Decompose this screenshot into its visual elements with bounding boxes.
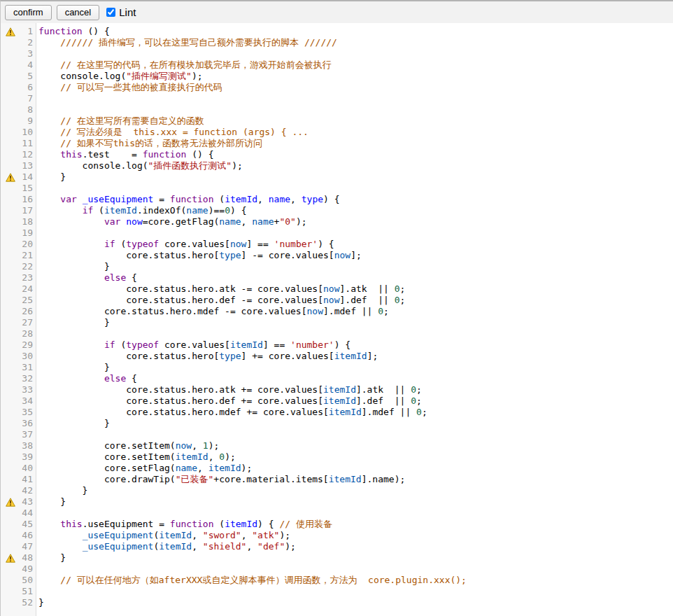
gutter: 35: [1, 407, 36, 418]
code-text: // 在这里写所有需要自定义的函数: [36, 115, 204, 127]
code-line[interactable]: 27 }: [1, 317, 673, 328]
code-line[interactable]: 21 core.status.hero[type] -= core.values…: [1, 250, 673, 261]
code-text: _useEquipment(itemId, "shield", "def");: [36, 541, 296, 552]
code-line[interactable]: 37: [1, 429, 673, 440]
code-text: }: [36, 362, 110, 373]
code-editor[interactable]: 1function () {2 ////// 插件编写，可以在这里写自己额外需要…: [1, 23, 673, 616]
code-line[interactable]: 51: [1, 586, 673, 597]
lint-checkbox[interactable]: [106, 8, 115, 17]
code-line[interactable]: 8: [1, 104, 673, 115]
code-line[interactable]: 36 }: [1, 418, 673, 429]
code-line[interactable]: 52}: [1, 597, 673, 608]
code-line[interactable]: 33 core.status.hero.atk += core.values[i…: [1, 384, 673, 396]
line-number: 52: [15, 597, 36, 608]
code-line[interactable]: 49: [1, 564, 673, 575]
code-line[interactable]: 6 // 可以写一些其他的被直接执行的代码: [1, 82, 673, 93]
code-line[interactable]: 18 var now=core.getFlag(name, name+"0");: [1, 216, 673, 227]
code-line[interactable]: 29 if (typeof core.values[itemId] == 'nu…: [1, 340, 673, 351]
code-line[interactable]: 3: [1, 48, 673, 59]
gutter: 31: [1, 362, 36, 373]
gutter: 1: [1, 26, 36, 37]
code-line[interactable]: 48 }: [1, 552, 673, 564]
code-line[interactable]: 11 // 如果不写this的话，函数将无法被外部所访问: [1, 138, 673, 149]
code-line[interactable]: 40 core.setFlag(name, itemId);: [1, 463, 673, 474]
code-text: else {: [36, 272, 137, 284]
code-line[interactable]: 1function () {: [1, 26, 673, 37]
code-text: if (typeof core.values[now] == 'number')…: [36, 239, 334, 250]
code-line[interactable]: 39 core.setItem(itemId, 0);: [1, 451, 673, 463]
line-number: 1: [15, 26, 36, 37]
code-line[interactable]: 50 // 可以在任何地方（如afterXXX或自定义脚本事件）调用函数，方法为…: [1, 575, 673, 586]
code-text: this.test = function () {: [36, 149, 213, 160]
code-line[interactable]: 45 this.useEquipment = function (itemId)…: [1, 519, 673, 530]
cancel-button[interactable]: cancel: [57, 5, 100, 20]
code-line[interactable]: 30 core.status.hero[type] += core.values…: [1, 351, 673, 362]
code-line[interactable]: 43 }: [1, 496, 673, 507]
code-line[interactable]: 19: [1, 227, 673, 239]
line-number: 2: [15, 37, 36, 48]
code-line[interactable]: 4 // 在这里写的代码，在所有模块加载完毕后，游戏开始前会被执行: [1, 59, 673, 71]
gutter: 6: [1, 82, 36, 93]
lint-warning-icon: [6, 27, 15, 36]
line-number: 35: [15, 407, 36, 418]
code-line[interactable]: 42 }: [1, 485, 673, 496]
code-text: [36, 507, 38, 519]
code-line[interactable]: 24 core.status.hero.atk -= core.values[n…: [1, 284, 673, 295]
gutter: 28: [1, 328, 36, 340]
code-line[interactable]: 7: [1, 93, 673, 104]
confirm-button[interactable]: confirm: [5, 5, 52, 20]
gutter: 4: [1, 59, 36, 71]
code-line[interactable]: 26 core.status.hero.mdef -= core.values[…: [1, 306, 673, 317]
code-text: function () {: [36, 26, 110, 37]
code-line[interactable]: 31 }: [1, 362, 673, 373]
code-line[interactable]: 35 core.status.hero.mdef += core.values[…: [1, 407, 673, 418]
code-line[interactable]: 20 if (typeof core.values[now] == 'numbe…: [1, 239, 673, 250]
gutter: 40: [1, 463, 36, 474]
line-number: 15: [15, 183, 36, 194]
code-line[interactable]: 47 _useEquipment(itemId, "shield", "def"…: [1, 541, 673, 552]
code-line[interactable]: 44: [1, 507, 673, 519]
gutter: 5: [1, 71, 36, 82]
gutter: 46: [1, 530, 36, 541]
code-line[interactable]: 10 // 写法必须是 this.xxx = function (args) {…: [1, 127, 673, 138]
gutter: 44: [1, 507, 36, 519]
code-text: console.log("插件函数执行测试");: [36, 160, 243, 172]
code-text: // 如果不写this的话，函数将无法被外部所访问: [36, 138, 262, 149]
code-line[interactable]: 2 ////// 插件编写，可以在这里写自己额外需要执行的脚本 //////: [1, 37, 673, 48]
line-number: 7: [15, 93, 36, 104]
line-number: 19: [15, 227, 36, 239]
line-number: 22: [15, 261, 36, 272]
code-text: core.status.hero.def += core.values[item…: [36, 396, 422, 407]
code-line[interactable]: 12 this.test = function () {: [1, 149, 673, 160]
line-number: 14: [15, 172, 36, 183]
code-line[interactable]: 41 core.drawTip("已装备"+core.material.item…: [1, 474, 673, 485]
code-line[interactable]: 23 else {: [1, 272, 673, 284]
gutter: 15: [1, 183, 36, 194]
code-line[interactable]: 17 if (itemId.indexOf(name)==0) {: [1, 205, 673, 216]
code-line[interactable]: 34 core.status.hero.def += core.values[i…: [1, 396, 673, 407]
gutter: 8: [1, 104, 36, 115]
gutter: 24: [1, 284, 36, 295]
code-line[interactable]: 38 core.setItem(now, 1);: [1, 440, 673, 451]
code-line[interactable]: 5 console.log("插件编写测试");: [1, 71, 673, 82]
code-line[interactable]: 28: [1, 328, 673, 340]
gutter: 22: [1, 261, 36, 272]
line-number: 20: [15, 239, 36, 250]
code-line[interactable]: 9 // 在这里写所有需要自定义的函数: [1, 115, 673, 127]
code-line[interactable]: 46 _useEquipment(itemId, "sword", "atk")…: [1, 530, 673, 541]
line-number: 43: [15, 496, 36, 507]
line-number: 21: [15, 250, 36, 261]
code-line[interactable]: 25 core.status.hero.def -= core.values[n…: [1, 295, 673, 306]
line-number: 28: [15, 328, 36, 340]
code-line[interactable]: 13 console.log("插件函数执行测试");: [1, 160, 673, 172]
gutter: 7: [1, 93, 36, 104]
code-line[interactable]: 32 else {: [1, 373, 673, 384]
code-text: [36, 328, 38, 340]
line-number: 25: [15, 295, 36, 306]
code-line[interactable]: 16 var _useEquipment = function (itemId,…: [1, 194, 673, 205]
code-line[interactable]: 22 }: [1, 261, 673, 272]
code-line[interactable]: 15: [1, 183, 673, 194]
gutter: 26: [1, 306, 36, 317]
code-line[interactable]: 14 }: [1, 172, 673, 183]
gutter: 27: [1, 317, 36, 328]
